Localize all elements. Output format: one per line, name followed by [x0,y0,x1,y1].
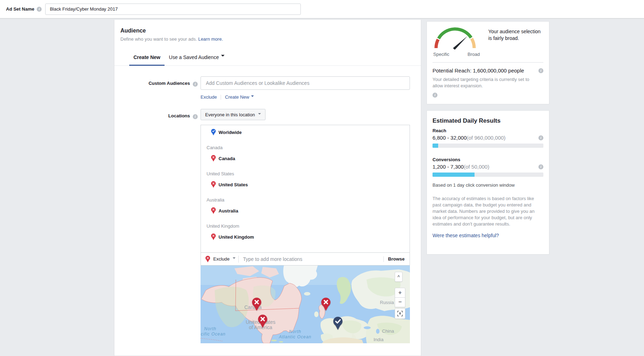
info-icon[interactable] [37,7,42,12]
info-icon[interactable] [538,164,543,169]
create-new-audience-link[interactable]: Create New [225,94,254,100]
conversions-progress-track [433,173,543,177]
chevron-down-icon [258,113,261,116]
ads-manager-audience-screen: Ad Set Name Audience Define who you want… [0,0,644,356]
audience-broadness-gauge [433,27,478,49]
audience-broadness-message: Your audience selection is fairly broad. [488,28,543,57]
location-group-header: Canada [207,145,410,150]
divider [238,256,239,263]
chevron-down-icon [251,95,254,98]
conversions-label: Conversions [433,157,543,162]
ad-set-name-bar: Ad Set Name [0,0,644,18]
list-item-worldwide[interactable]: Worldwide [211,129,410,136]
add-location-bar: Exclude Browse [201,252,410,265]
list-item-excluded-location[interactable]: Australia [211,207,410,214]
location-mode-dropdown[interactable]: Everyone in this location [201,109,266,120]
ad-set-name-label: Ad Set Name [6,6,34,12]
excluded-pin-icon [205,256,210,263]
divider [433,62,543,63]
locations-map[interactable]: Canada United States of America North Pa… [201,265,410,343]
info-icon[interactable] [538,68,543,73]
map-marker-included-worldwide [333,316,343,331]
info-icon[interactable] [433,93,437,98]
add-location-input[interactable] [243,256,383,262]
list-item-excluded-location[interactable]: United States [211,181,410,188]
custom-audiences-row: Custom Audiences Exclude Create New [114,76,421,100]
map-marker-excluded-united-states [257,314,268,328]
recenter-icon [397,311,403,316]
map-collapse-button[interactable]: ^ [395,272,402,282]
map-label-pacific-ocean: North Pacific Ocean [201,326,226,337]
chevron-down-icon [221,55,225,58]
gauge-label-specific: Specific [433,52,449,57]
potential-reach-text: Potential Reach: 1,600,000,000 people [433,68,524,74]
list-item-excluded-location[interactable]: Canada [211,155,410,162]
map-zoom-out-button[interactable]: − [395,297,405,307]
map-marker-excluded-united-kingdom [321,297,331,311]
reach-label: Reach [433,128,543,133]
tab-use-saved-audience[interactable]: Use a Saved Audience [165,54,229,66]
info-icon[interactable] [193,82,198,87]
location-group-header: Australia [207,197,410,203]
reach-of-total: (of 960,000,000) [467,135,506,141]
map-marker-excluded-canada [251,297,262,311]
excluded-pin-icon [211,207,216,214]
audience-tabs: Create New Use a Saved Audience [129,54,421,66]
map-zoom-in-button[interactable]: + [395,288,405,298]
divider [221,95,221,100]
page-title: Audience [120,28,421,34]
conversion-window-note: Based on 1 day click conversion window [433,182,543,188]
reach-progress-fill [433,144,438,148]
list-item-excluded-location[interactable]: United Kingdom [211,233,410,240]
estimated-daily-results-card: Estimated Daily Results Reach 6,800 - 32… [427,110,549,255]
audience-subtitle: Define who you want to see your ads. Lea… [120,36,421,42]
ad-set-name-input[interactable] [45,4,301,15]
map-label-atlantic-ocean: North Atlantic Ocean [279,329,311,340]
audience-panel: Audience Define who you want to see your… [114,20,421,356]
reach-range: 6,800 - 32,000 [433,135,467,141]
reach-progress-track [433,144,543,148]
map-label-russia: Russia [380,300,394,305]
exclude-audiences-link[interactable]: Exclude [201,94,217,100]
conversions-of-total: (of 50,000) [464,164,489,170]
browse-locations-button[interactable]: Browse [384,256,410,262]
estimates-disclaimer: The accuracy of estimates is based on fa… [433,195,543,227]
map-label-india: India [374,337,383,342]
gauge-label-broad: Broad [467,52,480,57]
location-group-header: United States [207,171,410,176]
interest-expansion-note: Your detailed targeting criteria is curr… [433,76,538,89]
results-title: Estimated Daily Results [433,117,543,124]
exclude-mode-dropdown[interactable]: Exclude [213,256,235,262]
location-group-header: United Kingdom [207,223,410,229]
included-pin-icon [211,129,216,136]
estimates-feedback-link[interactable]: Were these estimates helpful? [433,233,499,238]
conversions-progress-fill [433,173,475,177]
info-icon[interactable] [193,114,198,119]
map-label-china: China [382,328,394,334]
custom-audiences-input[interactable] [201,76,410,90]
selected-locations-list: Worldwide Canada Canada United States [201,125,410,253]
excluded-pin-icon [211,233,216,240]
learn-more-link[interactable]: Learn more. [198,36,223,42]
info-icon[interactable] [538,135,543,140]
excluded-pin-icon [211,181,216,188]
conversions-range: 1,200 - 7,300 [433,164,464,170]
locations-label: Locations [114,109,190,343]
tab-create-new[interactable]: Create New [129,54,165,66]
excluded-pin-icon [211,155,216,162]
custom-audiences-label: Custom Audiences [114,76,190,100]
locations-row: Locations Everyone in this location [114,109,421,343]
audience-definition-card: Specific Broad Your audience selection i… [427,21,549,104]
chevron-down-icon [233,257,235,260]
map-recenter-button[interactable] [395,308,405,319]
